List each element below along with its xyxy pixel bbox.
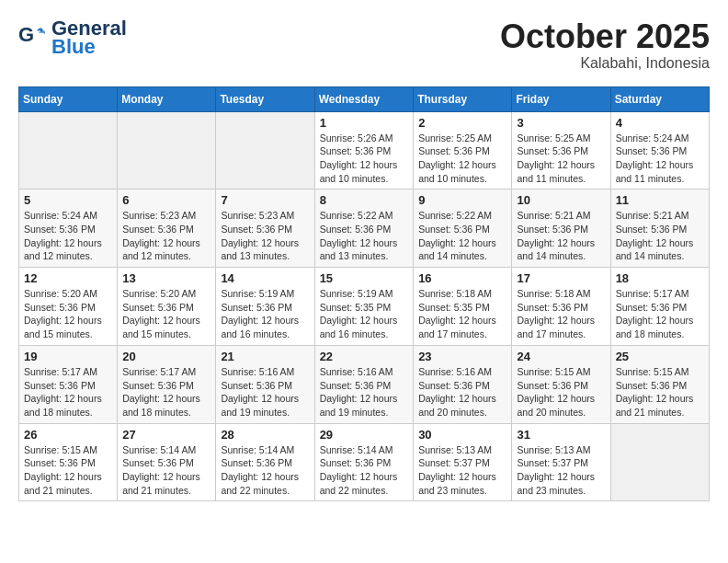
day-info: Sunrise: 5:13 AM Sunset: 5:37 PM Dayligh… <box>418 443 506 498</box>
logo-icon: G <box>18 25 46 51</box>
calendar-cell: 25Sunrise: 5:15 AM Sunset: 5:36 PM Dayli… <box>610 345 709 423</box>
day-number: 12 <box>24 271 112 285</box>
day-number: 3 <box>517 116 605 130</box>
day-info: Sunrise: 5:16 AM Sunset: 5:36 PM Dayligh… <box>221 365 309 419</box>
day-number: 7 <box>221 193 309 207</box>
day-info: Sunrise: 5:23 AM Sunset: 5:36 PM Dayligh… <box>221 209 309 263</box>
month-title: October 2025 <box>500 18 710 55</box>
day-info: Sunrise: 5:14 AM Sunset: 5:36 PM Dayligh… <box>122 443 210 498</box>
location-title: Kalabahi, Indonesia <box>500 55 710 72</box>
day-number: 15 <box>320 271 409 285</box>
day-info: Sunrise: 5:16 AM Sunset: 5:36 PM Dayligh… <box>418 365 506 419</box>
calendar-cell: 9Sunrise: 5:22 AM Sunset: 5:36 PM Daylig… <box>414 190 512 268</box>
calendar-cell: 18Sunrise: 5:17 AM Sunset: 5:36 PM Dayli… <box>610 268 709 346</box>
day-number: 19 <box>24 350 112 363</box>
calendar-cell: 8Sunrise: 5:22 AM Sunset: 5:36 PM Daylig… <box>314 190 414 268</box>
calendar-cell: 31Sunrise: 5:13 AM Sunset: 5:37 PM Dayli… <box>512 423 610 501</box>
calendar-cell: 30Sunrise: 5:13 AM Sunset: 5:37 PM Dayli… <box>414 423 512 501</box>
weekday-header-tuesday: Tuesday <box>216 86 314 111</box>
day-info: Sunrise: 5:15 AM Sunset: 5:36 PM Dayligh… <box>616 365 704 419</box>
calendar-cell: 24Sunrise: 5:15 AM Sunset: 5:36 PM Dayli… <box>512 345 610 423</box>
weekday-header-monday: Monday <box>118 86 216 111</box>
calendar-week-3: 12Sunrise: 5:20 AM Sunset: 5:36 PM Dayli… <box>19 268 710 346</box>
day-info: Sunrise: 5:13 AM Sunset: 5:37 PM Dayligh… <box>517 443 605 498</box>
calendar-cell: 1Sunrise: 5:26 AM Sunset: 5:36 PM Daylig… <box>314 111 414 190</box>
calendar-week-5: 26Sunrise: 5:15 AM Sunset: 5:36 PM Dayli… <box>19 423 710 501</box>
day-number: 1 <box>320 116 409 130</box>
day-info: Sunrise: 5:14 AM Sunset: 5:36 PM Dayligh… <box>320 443 409 498</box>
day-number: 10 <box>517 193 605 207</box>
day-number: 28 <box>221 428 309 442</box>
svg-text:G: G <box>18 25 34 46</box>
calendar-cell: 22Sunrise: 5:16 AM Sunset: 5:36 PM Dayli… <box>314 345 414 423</box>
calendar-cell: 13Sunrise: 5:20 AM Sunset: 5:36 PM Dayli… <box>118 268 216 346</box>
day-number: 4 <box>616 116 704 130</box>
day-number: 31 <box>517 428 605 442</box>
calendar-cell: 14Sunrise: 5:19 AM Sunset: 5:36 PM Dayli… <box>216 268 314 346</box>
calendar-week-1: 1Sunrise: 5:26 AM Sunset: 5:36 PM Daylig… <box>19 111 710 190</box>
weekday-header-thursday: Thursday <box>414 86 512 111</box>
day-info: Sunrise: 5:23 AM Sunset: 5:36 PM Dayligh… <box>122 209 210 263</box>
day-number: 2 <box>418 116 506 130</box>
day-info: Sunrise: 5:17 AM Sunset: 5:36 PM Dayligh… <box>616 287 704 341</box>
calendar-cell: 28Sunrise: 5:14 AM Sunset: 5:36 PM Dayli… <box>216 423 314 501</box>
day-info: Sunrise: 5:26 AM Sunset: 5:36 PM Dayligh… <box>320 132 409 186</box>
day-info: Sunrise: 5:18 AM Sunset: 5:35 PM Dayligh… <box>418 287 506 341</box>
day-number: 9 <box>418 193 506 207</box>
day-number: 11 <box>616 193 704 207</box>
calendar-cell <box>118 111 216 190</box>
day-number: 20 <box>122 350 210 363</box>
calendar-cell: 5Sunrise: 5:24 AM Sunset: 5:36 PM Daylig… <box>19 190 118 268</box>
page-header: G General Blue October 2025 Kalabahi, In… <box>18 18 710 72</box>
day-info: Sunrise: 5:21 AM Sunset: 5:36 PM Dayligh… <box>517 209 605 263</box>
day-info: Sunrise: 5:25 AM Sunset: 5:36 PM Dayligh… <box>418 132 506 186</box>
calendar-cell <box>19 111 118 190</box>
day-number: 24 <box>517 350 605 363</box>
calendar-cell: 11Sunrise: 5:21 AM Sunset: 5:36 PM Dayli… <box>610 190 709 268</box>
calendar-cell <box>216 111 314 190</box>
day-number: 29 <box>320 428 409 442</box>
day-number: 26 <box>24 428 112 442</box>
calendar-week-4: 19Sunrise: 5:17 AM Sunset: 5:36 PM Dayli… <box>19 345 710 423</box>
day-info: Sunrise: 5:24 AM Sunset: 5:36 PM Dayligh… <box>24 209 112 263</box>
day-info: Sunrise: 5:15 AM Sunset: 5:36 PM Dayligh… <box>517 365 605 419</box>
day-info: Sunrise: 5:17 AM Sunset: 5:36 PM Dayligh… <box>122 365 210 419</box>
calendar-table: SundayMondayTuesdayWednesdayThursdayFrid… <box>18 86 710 502</box>
calendar-week-2: 5Sunrise: 5:24 AM Sunset: 5:36 PM Daylig… <box>19 190 710 268</box>
day-number: 30 <box>418 428 506 442</box>
day-number: 21 <box>221 350 309 363</box>
day-number: 14 <box>221 271 309 285</box>
day-number: 23 <box>418 350 506 363</box>
day-number: 27 <box>122 428 210 442</box>
day-info: Sunrise: 5:14 AM Sunset: 5:36 PM Dayligh… <box>221 443 309 498</box>
calendar-cell <box>610 423 709 501</box>
day-info: Sunrise: 5:19 AM Sunset: 5:36 PM Dayligh… <box>221 287 309 341</box>
calendar-cell: 16Sunrise: 5:18 AM Sunset: 5:35 PM Dayli… <box>414 268 512 346</box>
day-info: Sunrise: 5:25 AM Sunset: 5:36 PM Dayligh… <box>517 132 605 186</box>
day-info: Sunrise: 5:18 AM Sunset: 5:36 PM Dayligh… <box>517 287 605 341</box>
calendar-cell: 2Sunrise: 5:25 AM Sunset: 5:36 PM Daylig… <box>414 111 512 190</box>
weekday-header-row: SundayMondayTuesdayWednesdayThursdayFrid… <box>19 86 710 111</box>
calendar-cell: 19Sunrise: 5:17 AM Sunset: 5:36 PM Dayli… <box>19 345 118 423</box>
day-number: 13 <box>122 271 210 285</box>
title-block: October 2025 Kalabahi, Indonesia <box>500 18 710 72</box>
calendar-cell: 10Sunrise: 5:21 AM Sunset: 5:36 PM Dayli… <box>512 190 610 268</box>
calendar-body: 1Sunrise: 5:26 AM Sunset: 5:36 PM Daylig… <box>19 111 710 501</box>
day-info: Sunrise: 5:22 AM Sunset: 5:36 PM Dayligh… <box>418 209 506 263</box>
logo: G General Blue <box>18 18 127 57</box>
day-number: 8 <box>320 193 409 207</box>
calendar-cell: 3Sunrise: 5:25 AM Sunset: 5:36 PM Daylig… <box>512 111 610 190</box>
calendar-cell: 6Sunrise: 5:23 AM Sunset: 5:36 PM Daylig… <box>118 190 216 268</box>
calendar-cell: 15Sunrise: 5:19 AM Sunset: 5:35 PM Dayli… <box>314 268 414 346</box>
calendar-cell: 23Sunrise: 5:16 AM Sunset: 5:36 PM Dayli… <box>414 345 512 423</box>
day-number: 6 <box>122 193 210 207</box>
day-info: Sunrise: 5:16 AM Sunset: 5:36 PM Dayligh… <box>320 365 409 419</box>
calendar-cell: 12Sunrise: 5:20 AM Sunset: 5:36 PM Dayli… <box>19 268 118 346</box>
day-number: 5 <box>24 193 112 207</box>
logo-subtext: Blue <box>51 37 127 57</box>
day-info: Sunrise: 5:15 AM Sunset: 5:36 PM Dayligh… <box>24 443 112 498</box>
day-info: Sunrise: 5:21 AM Sunset: 5:36 PM Dayligh… <box>616 209 704 263</box>
day-info: Sunrise: 5:19 AM Sunset: 5:35 PM Dayligh… <box>320 287 409 341</box>
calendar-cell: 21Sunrise: 5:16 AM Sunset: 5:36 PM Dayli… <box>216 345 314 423</box>
weekday-header-saturday: Saturday <box>610 86 709 111</box>
